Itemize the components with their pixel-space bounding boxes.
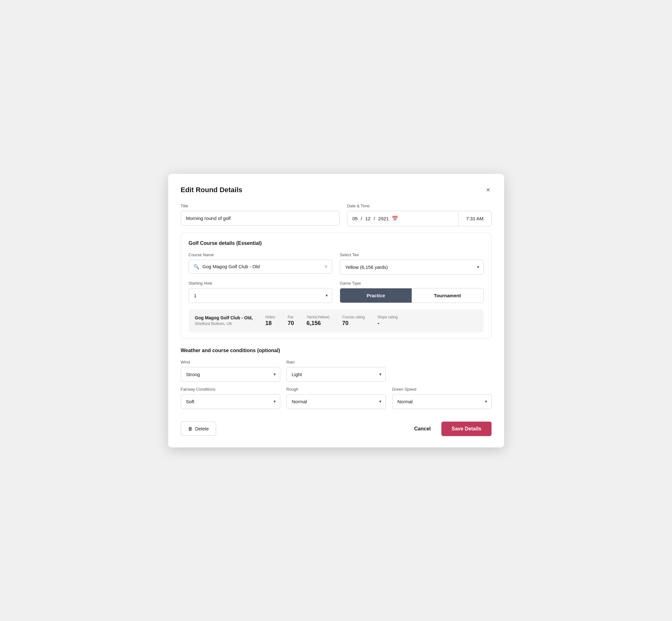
footer-row: 🗑 Delete Cancel Save Details [181, 417, 492, 436]
fairway-select[interactable]: SoftNormalHard [181, 394, 280, 409]
green-speed-label: Green Speed [392, 387, 492, 391]
time-value: 7:31 AM [466, 216, 483, 221]
footer-right: Cancel Save Details [411, 422, 492, 436]
select-tee-label: Select Tee [340, 252, 484, 257]
green-speed-select-wrap: SlowNormalFast ▾ [392, 394, 492, 409]
cancel-button[interactable]: Cancel [411, 422, 434, 436]
starting-hole-wrap: 1234 5678 910 ▾ [189, 288, 333, 303]
yards-label: Yards(Yellow) [307, 315, 330, 319]
practice-button[interactable]: Practice [340, 288, 412, 303]
slope-rating-label: Slope rating [378, 315, 398, 319]
course-name-value: Gog Magog Golf Club - Old [203, 264, 322, 269]
par-value: 70 [288, 320, 294, 327]
rain-label: Rain [287, 360, 386, 365]
hole-gametype-row: Starting Hole 1234 5678 910 ▾ Game Type … [189, 281, 484, 303]
select-tee-wrap: Yellow (6,156 yards) White Red Blue ▾ [340, 260, 484, 275]
datetime-group: Date & Time 05 / 12 / 2021 📅 7:31 AM [347, 204, 492, 226]
datetime-label: Date & Time [347, 204, 492, 208]
game-type-group: Game Type Practice Tournament [340, 281, 484, 303]
title-group: Title [181, 204, 339, 226]
rain-select-wrap: NoneLightModerateHeavy ▾ [287, 367, 386, 382]
date-day: 12 [365, 216, 371, 221]
course-info-name-strong: Gog Magog Golf Club - Old, [195, 315, 253, 320]
holes-label: Holes [265, 315, 275, 319]
rough-label: Rough [287, 387, 386, 391]
starting-hole-select[interactable]: 1234 5678 910 [189, 288, 333, 303]
game-type-toggle: Practice Tournament [340, 288, 484, 303]
trash-icon: 🗑 [188, 426, 193, 431]
calendar-icon: 📅 [392, 215, 398, 221]
save-button[interactable]: Save Details [442, 422, 491, 436]
select-tee-input[interactable]: Yellow (6,156 yards) White Red Blue [340, 260, 484, 275]
fairway-label: Fairway Conditions [181, 387, 280, 391]
par-stat: Par 70 [288, 315, 294, 327]
course-clear-button[interactable]: × [325, 264, 328, 269]
starting-hole-group: Starting Hole 1234 5678 910 ▾ [189, 281, 333, 303]
title-label: Title [181, 204, 339, 208]
date-part[interactable]: 05 / 12 / 2021 📅 [347, 211, 459, 226]
wind-group: Wind CalmLightModerateStrong ▾ [181, 360, 280, 382]
wind-select-wrap: CalmLightModerateStrong ▾ [181, 367, 280, 382]
yards-stat: Yards(Yellow) 6,156 [307, 315, 330, 327]
wind-rain-row: Wind CalmLightModerateStrong ▾ Rain None… [181, 360, 492, 382]
title-input[interactable] [181, 211, 339, 225]
course-rating-label: Course rating [342, 315, 365, 319]
course-info-location: Shelford Bottom, UK [195, 321, 233, 326]
date-month: 05 [352, 216, 358, 221]
course-info-box: Gog Magog Golf Club - Old, Shelford Bott… [189, 309, 484, 332]
rain-select[interactable]: NoneLightModerateHeavy [287, 367, 386, 382]
delete-label: Delete [195, 426, 209, 431]
modal-header: Edit Round Details × [181, 185, 492, 195]
rain-group: Rain NoneLightModerateHeavy ▾ [287, 360, 386, 382]
date-time-group: 05 / 12 / 2021 📅 7:31 AM [347, 211, 492, 226]
rough-select-wrap: ShortNormalLong ▾ [287, 394, 386, 409]
starting-hole-label: Starting Hole [189, 281, 333, 286]
wind-label: Wind [181, 360, 280, 365]
green-speed-group: Green Speed SlowNormalFast ▾ [392, 387, 492, 409]
search-icon: 🔍 [194, 264, 199, 270]
course-name-label: Course Name [189, 252, 333, 257]
slope-rating-value: - [378, 320, 380, 327]
modal-title: Edit Round Details [181, 186, 243, 194]
course-rating-value: 70 [342, 320, 348, 327]
fairway-select-wrap: SoftNormalHard ▾ [181, 394, 280, 409]
delete-button[interactable]: 🗑 Delete [181, 422, 216, 436]
title-datetime-row: Title Date & Time 05 / 12 / 2021 📅 7:31 … [181, 204, 492, 226]
fairway-group: Fairway Conditions SoftNormalHard ▾ [181, 387, 280, 409]
select-tee-group: Select Tee Yellow (6,156 yards) White Re… [340, 252, 484, 275]
tournament-button[interactable]: Tournament [412, 288, 483, 303]
green-speed-select[interactable]: SlowNormalFast [392, 394, 492, 409]
course-tee-row: Course Name 🔍 Gog Magog Golf Club - Old … [189, 252, 484, 275]
golf-section-title: Golf Course details (Essential) [189, 241, 484, 246]
par-label: Par [288, 315, 294, 319]
weather-title: Weather and course conditions (optional) [181, 348, 492, 354]
rough-group: Rough ShortNormalLong ▾ [287, 387, 386, 409]
course-rating-stat: Course rating 70 [342, 315, 365, 327]
time-part[interactable]: 7:31 AM [458, 211, 491, 226]
weather-section: Weather and course conditions (optional)… [181, 348, 492, 409]
rough-select[interactable]: ShortNormalLong [287, 394, 386, 409]
yards-value: 6,156 [307, 320, 321, 327]
game-type-label: Game Type [340, 281, 484, 286]
close-button[interactable]: × [485, 185, 492, 195]
edit-round-modal: Edit Round Details × Title Date & Time 0… [168, 174, 504, 448]
slope-rating-stat: Slope rating - [378, 315, 398, 327]
holes-value: 18 [265, 320, 271, 327]
golf-course-section: Golf Course details (Essential) Course N… [181, 233, 492, 339]
date-year: 2021 [378, 216, 389, 221]
holes-stat: Holes 18 [265, 315, 275, 327]
course-info-name: Gog Magog Golf Club - Old, Shelford Bott… [195, 315, 253, 326]
course-name-input-wrap[interactable]: 🔍 Gog Magog Golf Club - Old × [189, 260, 333, 274]
course-name-group: Course Name 🔍 Gog Magog Golf Club - Old … [189, 252, 333, 275]
conditions-row: Fairway Conditions SoftNormalHard ▾ Roug… [181, 387, 492, 409]
wind-select[interactable]: CalmLightModerateStrong [181, 367, 280, 382]
